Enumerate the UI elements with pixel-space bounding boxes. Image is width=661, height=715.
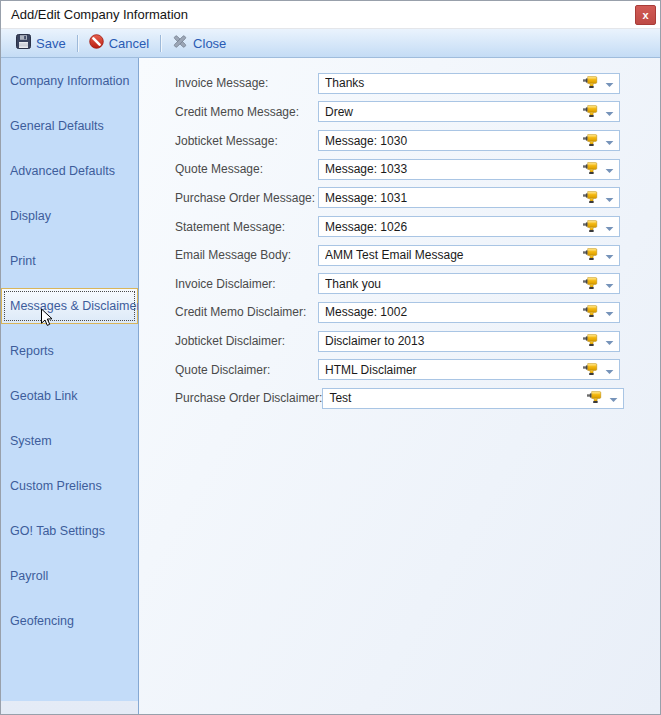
form-row: Credit Memo Message: Drew xyxy=(175,98,660,127)
message-dropdown[interactable]: Message: 1030 xyxy=(318,130,620,151)
dropdown-selected-value: HTML Disclaimer xyxy=(325,363,583,377)
chevron-down-icon[interactable] xyxy=(605,103,614,121)
sidebar-item-advanced-defaults[interactable]: Advanced Defaults xyxy=(1,148,138,193)
field-label: Jobticket Message: xyxy=(175,134,318,148)
dropdown-controls[interactable] xyxy=(583,331,614,351)
message-dropdown[interactable]: Message: 1031 xyxy=(318,187,620,208)
dropdown-selected-value: Message: 1002 xyxy=(325,305,583,319)
sidebar-item-label: System xyxy=(10,434,52,448)
dropdown-controls[interactable] xyxy=(583,274,614,294)
sidebar-item-label: Reports xyxy=(10,344,54,358)
dropdown-controls[interactable] xyxy=(583,159,614,179)
field-label: Credit Memo Disclaimer: xyxy=(175,305,318,319)
message-dropdown[interactable]: Test xyxy=(322,388,624,409)
chevron-down-icon[interactable] xyxy=(605,132,614,150)
sidebar-item-geofencing[interactable]: Geofencing xyxy=(1,598,138,643)
dropdown-controls[interactable] xyxy=(583,73,614,93)
sidebar-item-label: Advanced Defaults xyxy=(10,164,115,178)
message-dropdown[interactable]: Message: 1033 xyxy=(318,159,620,180)
dropdown-selected-value: Thank you xyxy=(325,277,583,291)
drill-icon[interactable] xyxy=(583,274,599,294)
field-label: Email Message Body: xyxy=(175,248,318,262)
cross-icon xyxy=(172,34,188,52)
form-row: Jobticket Message: Message: 1030 xyxy=(175,126,660,155)
dropdown-controls[interactable] xyxy=(583,131,614,151)
dropdown-controls[interactable] xyxy=(583,188,614,208)
drill-icon[interactable] xyxy=(587,388,603,408)
close-button[interactable]: Close xyxy=(165,31,233,55)
dropdown-controls[interactable] xyxy=(583,302,614,322)
sidebar-item-system[interactable]: System xyxy=(1,418,138,463)
drill-icon[interactable] xyxy=(583,245,599,265)
sidebar-item-custom-preliens[interactable]: Custom Preliens xyxy=(1,463,138,508)
message-dropdown[interactable]: Thanks xyxy=(318,73,620,94)
dropdown-selected-value: Drew xyxy=(325,105,583,119)
sidebar-item-general-defaults[interactable]: General Defaults xyxy=(1,103,138,148)
field-label: Purchase Order Disclaimer: xyxy=(175,391,322,405)
dropdown-controls[interactable] xyxy=(583,217,614,237)
dropdown-selected-value: Message: 1033 xyxy=(325,162,583,176)
drill-icon[interactable] xyxy=(583,360,599,380)
dropdown-selected-value: Thanks xyxy=(325,76,583,90)
dropdown-controls[interactable] xyxy=(583,360,614,380)
drill-icon[interactable] xyxy=(583,331,599,351)
close-icon[interactable]: x xyxy=(635,5,656,25)
chevron-down-icon[interactable] xyxy=(605,160,614,178)
dropdown-controls[interactable] xyxy=(587,388,618,408)
close-button-label: x xyxy=(642,9,648,21)
field-label: Quote Message: xyxy=(175,162,318,176)
sidebar-item-messages-disclaimers[interactable]: Messages & Disclaimers xyxy=(1,288,138,324)
chevron-down-icon[interactable] xyxy=(605,246,614,264)
message-dropdown[interactable]: Disclaimer to 2013 xyxy=(318,331,620,352)
sidebar-item-payroll[interactable]: Payroll xyxy=(1,553,138,598)
message-dropdown[interactable]: Message: 1002 xyxy=(318,302,620,323)
sidebar-item-print[interactable]: Print xyxy=(1,238,138,283)
message-dropdown[interactable]: Thank you xyxy=(318,273,620,294)
sidebar-item-label: GO! Tab Settings xyxy=(10,524,105,538)
form-row: Credit Memo Disclaimer: Message: 1002 xyxy=(175,298,660,327)
chevron-down-icon[interactable] xyxy=(605,218,614,236)
drill-icon[interactable] xyxy=(583,217,599,237)
chevron-down-icon[interactable] xyxy=(605,74,614,92)
form-row: Invoice Disclaimer: Thank you xyxy=(175,269,660,298)
drill-icon[interactable] xyxy=(583,159,599,179)
chevron-down-icon[interactable] xyxy=(609,389,618,407)
field-label: Invoice Message: xyxy=(175,76,318,90)
sidebar-item-label: Payroll xyxy=(10,569,48,583)
cancel-slash-icon xyxy=(89,34,104,52)
cancel-button[interactable]: Cancel xyxy=(82,31,156,55)
drill-icon[interactable] xyxy=(583,102,599,122)
message-dropdown[interactable]: HTML Disclaimer xyxy=(318,359,620,380)
save-button[interactable]: Save xyxy=(9,31,73,55)
dropdown-controls[interactable] xyxy=(583,245,614,265)
message-dropdown[interactable]: Message: 1026 xyxy=(318,216,620,237)
chevron-down-icon[interactable] xyxy=(605,275,614,293)
chevron-down-icon[interactable] xyxy=(605,332,614,350)
form-row: Purchase Order Message: Message: 1031 xyxy=(175,184,660,213)
dropdown-selected-value: AMM Test Email Message xyxy=(325,248,583,262)
field-label: Invoice Disclaimer: xyxy=(175,277,318,291)
cancel-button-label: Cancel xyxy=(109,36,149,51)
chevron-down-icon[interactable] xyxy=(605,361,614,379)
sidebar-item-company-information[interactable]: Company Information xyxy=(1,58,138,103)
drill-icon[interactable] xyxy=(583,302,599,322)
drill-icon[interactable] xyxy=(583,188,599,208)
sidebar: Company Information General Defaults Adv… xyxy=(1,58,138,701)
dropdown-controls[interactable] xyxy=(583,102,614,122)
form-row: Invoice Message: Thanks xyxy=(175,69,660,98)
drill-icon[interactable] xyxy=(583,131,599,151)
save-button-label: Save xyxy=(36,36,66,51)
message-dropdown[interactable]: AMM Test Email Message xyxy=(318,245,620,266)
chevron-down-icon[interactable] xyxy=(605,303,614,321)
sidebar-item-label: Geotab Link xyxy=(10,389,77,403)
toolbar-separator xyxy=(77,35,78,52)
drill-icon[interactable] xyxy=(583,73,599,93)
sidebar-item-label: Geofencing xyxy=(10,614,74,628)
message-dropdown[interactable]: Drew xyxy=(318,101,620,122)
sidebar-item-display[interactable]: Display xyxy=(1,193,138,238)
sidebar-item-geotab-link[interactable]: Geotab Link xyxy=(1,373,138,418)
sidebar-item-go-tab-settings[interactable]: GO! Tab Settings xyxy=(1,508,138,553)
sidebar-item-reports[interactable]: Reports xyxy=(1,328,138,373)
chevron-down-icon[interactable] xyxy=(605,189,614,207)
field-label: Quote Disclaimer: xyxy=(175,363,318,377)
